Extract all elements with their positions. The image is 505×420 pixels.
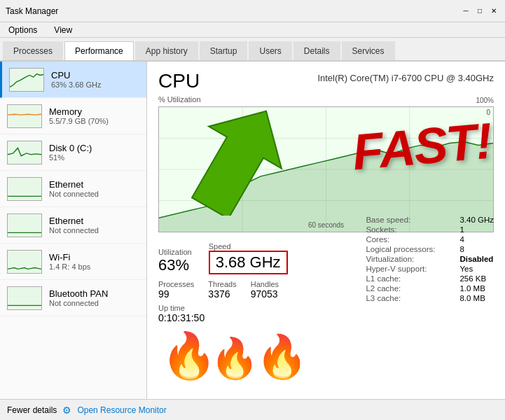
- handles-value: 97053: [251, 288, 279, 300]
- flame-3: 🔥: [256, 336, 308, 378]
- sidebar-item-wifi[interactable]: Wi-Fi 1.4 R: 4 bps: [0, 244, 146, 280]
- ethernet1-mini-graph: [7, 177, 42, 201]
- memory-sidebar-info: Memory 5.5/7.9 GB (70%): [49, 106, 139, 125]
- ethernet2-sidebar-subtitle: Not connected: [49, 226, 139, 234]
- processes-block: Processes 99: [158, 280, 194, 300]
- utilization-block: Utilization 63%: [158, 248, 192, 274]
- threads-block: Threads 3376: [208, 280, 236, 300]
- content-title: CPU: [158, 70, 200, 92]
- disk-mini-graph: [7, 141, 42, 164]
- speed-box: 3.68 GHz: [209, 251, 288, 274]
- util-label: % Utilization: [158, 95, 201, 104]
- memory-mini-graph: [7, 104, 42, 128]
- spec-key-l1: L1 cache:: [366, 274, 457, 283]
- spec-val-basespeed: 3.40 GHz: [459, 216, 494, 224]
- tab-performance[interactable]: Performance: [64, 41, 134, 60]
- close-button[interactable]: ✕: [488, 6, 499, 17]
- resource-monitor-icon: ⚙: [62, 405, 71, 416]
- uptime-value: 0:10:31:50: [158, 312, 494, 323]
- tab-processes[interactable]: Processes: [3, 41, 63, 60]
- spec-hyperv: Hyper-V support: Yes: [366, 265, 494, 273]
- menu-view[interactable]: View: [48, 24, 78, 36]
- sidebar-item-bluetooth[interactable]: Bluetooth PAN Not connected: [0, 280, 146, 316]
- spec-virtualization: Virtualization: Disabled: [366, 255, 494, 263]
- tab-services[interactable]: Services: [342, 41, 395, 60]
- wifi-sidebar-info: Wi-Fi 1.4 R: 4 bps: [49, 252, 139, 271]
- spec-val-sockets: 1: [459, 225, 464, 234]
- spec-key-logical: Logical processors:: [366, 245, 457, 253]
- ethernet2-sidebar-title: Ethernet: [49, 216, 139, 226]
- minimize-button[interactable]: ─: [460, 6, 471, 17]
- speed-label: Speed: [209, 242, 288, 251]
- window-controls[interactable]: ─ □ ✕: [460, 6, 499, 17]
- threads-value: 3376: [208, 288, 236, 300]
- cpu-name: Intel(R) Core(TM) i7-6700 CPU @ 3.40GHz: [317, 73, 494, 83]
- content-header: CPU Intel(R) Core(TM) i7-6700 CPU @ 3.40…: [158, 70, 494, 92]
- ethernet1-sidebar-info: Ethernet Not connected: [49, 179, 139, 198]
- fast-text-overlay: FAST!: [350, 112, 493, 181]
- spec-cores: Cores: 4: [366, 235, 494, 244]
- open-resource-monitor-link[interactable]: Open Resource Monitor: [77, 405, 166, 415]
- menu-options[interactable]: Options: [3, 24, 43, 36]
- sidebar-item-memory[interactable]: Memory 5.5/7.9 GB (70%): [0, 98, 146, 134]
- bottom-bar: Fewer details ⚙ Open Resource Monitor: [0, 399, 505, 420]
- wifi-sidebar-subtitle: 1.4 R: 4 bps: [49, 262, 139, 271]
- sidebar-item-disk[interactable]: Disk 0 (C:) 51%: [0, 134, 146, 171]
- time-label: 60 seconds: [308, 221, 344, 229]
- tab-app-history[interactable]: App history: [135, 41, 198, 60]
- ethernet1-sidebar-subtitle: Not connected: [49, 190, 139, 198]
- bluetooth-sidebar-info: Bluetooth PAN Not connected: [49, 288, 139, 307]
- wifi-mini-graph: [7, 250, 42, 274]
- ethernet2-sidebar-info: Ethernet Not connected: [49, 216, 139, 234]
- speed-value: 3.68 GHz: [216, 253, 281, 272]
- spec-l1: L1 cache: 256 KB: [366, 274, 494, 283]
- sidebar-item-cpu[interactable]: CPU 63% 3.68 GHz: [0, 62, 146, 98]
- menu-bar: Options View: [0, 22, 505, 38]
- sidebar: CPU 63% 3.68 GHz Memory 5.5/7.9 GB (70%): [0, 62, 147, 399]
- speed-block: Speed 3.68 GHz: [209, 242, 288, 274]
- bluetooth-sidebar-subtitle: Not connected: [49, 299, 139, 307]
- uptime-label: Up time: [158, 304, 494, 312]
- threads-label: Threads: [208, 280, 236, 288]
- disk-sidebar-info: Disk 0 (C:) 51%: [49, 143, 139, 162]
- window-title: Task Manager: [6, 6, 58, 16]
- tab-users[interactable]: Users: [249, 41, 291, 60]
- bluetooth-mini-graph: [7, 286, 42, 310]
- sidebar-item-ethernet2[interactable]: Ethernet Not connected: [0, 207, 146, 244]
- cpu-sidebar-info: CPU 63% 3.68 GHz: [51, 70, 139, 89]
- spec-l3: L3 cache: 8.0 MB: [366, 294, 494, 302]
- cpu-sidebar-subtitle: 63% 3.68 GHz: [51, 80, 139, 89]
- spec-sockets: Sockets: 1: [366, 225, 494, 234]
- spec-val-l2: 1.0 MB: [459, 284, 485, 293]
- spec-key-l3: L3 cache:: [366, 294, 457, 302]
- disk-sidebar-subtitle: 51%: [49, 153, 139, 162]
- spec-basespeed: Base speed: 3.40 GHz: [366, 216, 494, 224]
- spec-val-hyperv: Yes: [459, 265, 473, 273]
- fewer-details-link[interactable]: Fewer details: [7, 405, 57, 415]
- cpu-sidebar-title: CPU: [51, 70, 139, 80]
- uptime-block: Up time 0:10:31:50: [158, 304, 494, 323]
- title-bar: Task Manager ─ □ ✕: [0, 0, 505, 22]
- wifi-sidebar-title: Wi-Fi: [49, 252, 139, 262]
- percent-100: 100%: [476, 97, 494, 104]
- ethernet2-mini-graph: [7, 214, 42, 237]
- utilization-label: Utilization: [158, 248, 192, 256]
- tab-startup[interactable]: Startup: [200, 41, 248, 60]
- utilization-value: 63%: [158, 256, 192, 274]
- spec-val-l3: 8.0 MB: [459, 294, 485, 302]
- maximize-button[interactable]: □: [474, 6, 485, 17]
- spec-val-cores: 4: [459, 235, 464, 244]
- handles-label: Handles: [251, 280, 279, 288]
- spec-key-virtualization: Virtualization:: [366, 255, 457, 263]
- spec-key-basespeed: Base speed:: [366, 216, 457, 224]
- spec-val-l1: 256 KB: [459, 274, 486, 283]
- spec-key-sockets: Sockets:: [366, 225, 457, 234]
- processes-label: Processes: [158, 280, 194, 288]
- spec-table: Base speed: 3.40 GHz Sockets: 1 Cores: 4…: [366, 216, 494, 304]
- spec-val-logical: 8: [459, 245, 464, 253]
- sidebar-item-ethernet1[interactable]: Ethernet Not connected: [0, 171, 146, 207]
- memory-sidebar-subtitle: 5.5/7.9 GB (70%): [49, 117, 139, 125]
- memory-sidebar-title: Memory: [49, 106, 139, 117]
- tab-details[interactable]: Details: [293, 41, 340, 60]
- cpu-mini-graph: [9, 68, 44, 92]
